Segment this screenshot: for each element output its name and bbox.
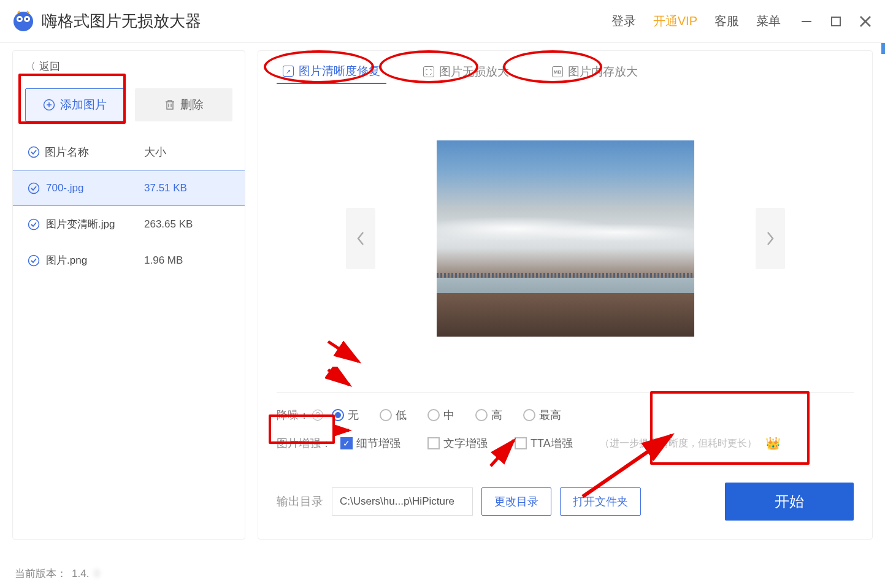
nav-links: 登录 开通VIP 客服 菜单 xyxy=(611,13,781,29)
check-circle-icon xyxy=(28,146,40,158)
denoise-option-high[interactable]: 高 xyxy=(475,408,502,422)
check-circle-icon xyxy=(28,218,40,231)
radio-label: 中 xyxy=(443,408,454,422)
file-name: 图片变清晰.jpg xyxy=(46,217,115,231)
svg-point-14 xyxy=(29,219,39,229)
app-logo-icon xyxy=(12,10,34,32)
tab-label: 图片无损放大 xyxy=(439,64,509,80)
radio-label: 无 xyxy=(348,408,359,422)
file-size: 263.65 KB xyxy=(144,218,193,231)
enhance-detail-checkbox[interactable]: ✓细节增强 xyxy=(340,436,400,451)
header-name-col: 图片名称 xyxy=(28,145,144,159)
plus-circle-icon xyxy=(43,99,55,111)
tab-label: 图片清晰度修复 xyxy=(299,63,380,79)
clarity-icon: ↗ xyxy=(283,66,294,77)
footer: 当前版本： 1.4. 0 xyxy=(15,567,100,581)
tabs: ↗ 图片清晰度修复 ⛶ 图片无损放大 MB 图片内存放大 xyxy=(277,59,854,90)
sidebar-actions: 添加图片 删除 xyxy=(13,82,245,134)
delete-button[interactable]: 删除 xyxy=(135,88,232,121)
check-circle-icon xyxy=(28,182,40,194)
header-size-label: 大小 xyxy=(144,145,166,159)
change-dir-button[interactable]: 更改目录 xyxy=(481,487,551,516)
enhance-text-checkbox[interactable]: 文字增强 xyxy=(427,436,488,451)
maximize-button[interactable] xyxy=(829,14,843,29)
checkbox-label: 文字增强 xyxy=(443,436,488,451)
image-preview xyxy=(437,140,694,337)
svg-point-4 xyxy=(26,18,28,20)
svg-point-15 xyxy=(29,255,39,265)
svg-point-13 xyxy=(29,183,39,194)
output-row: 输出目录 C:\Users\hu...p\HiPicture 更改目录 打开文件… xyxy=(277,483,854,521)
enhance-tta-checkbox[interactable]: TTA增强 xyxy=(515,436,573,451)
start-button[interactable]: 开始 xyxy=(725,483,854,521)
svg-point-3 xyxy=(18,18,21,20)
divider xyxy=(277,392,854,393)
memory-icon: MB xyxy=(552,66,563,77)
enhance-hint: （进一步提升清晰度，但耗时更长） xyxy=(600,437,757,450)
check-circle-icon xyxy=(28,254,40,267)
checkbox-label: 细节增强 xyxy=(356,436,400,451)
minimize-button[interactable] xyxy=(799,14,814,29)
output-label: 输出目录 xyxy=(277,494,323,510)
file-row[interactable]: 图片变清晰.jpg 263.65 KB xyxy=(13,206,245,242)
help-icon[interactable]: ? xyxy=(312,410,323,421)
file-name: 700-.jpg xyxy=(46,182,83,194)
vip-link[interactable]: 开通VIP xyxy=(653,13,697,29)
login-link[interactable]: 登录 xyxy=(611,13,636,29)
version-label: 当前版本： xyxy=(15,567,67,581)
back-link[interactable]: 〈 返回 xyxy=(13,51,245,82)
denoise-option-low[interactable]: 低 xyxy=(380,408,407,422)
main-area: 〈 返回 添加图片 删除 图片名称 大小 700-.jp xyxy=(0,43,885,540)
back-label: 返回 xyxy=(39,59,60,74)
radio-label: 低 xyxy=(396,408,407,422)
titlebar: 嗨格式图片无损放大器 登录 开通VIP 客服 菜单 xyxy=(0,0,885,43)
crown-icon: 👑 xyxy=(765,436,781,451)
chevron-left-icon: 〈 xyxy=(25,59,36,74)
version-number: 1.4. xyxy=(72,568,89,580)
support-link[interactable]: 客服 xyxy=(715,13,739,29)
sidebar: 〈 返回 添加图片 删除 图片名称 大小 700-.jp xyxy=(12,50,245,540)
scrollbar-edge xyxy=(881,43,885,588)
tab-lossless-enlarge[interactable]: ⛶ 图片无损放大 xyxy=(417,59,515,84)
svg-point-0 xyxy=(13,12,33,31)
app-title: 嗨格式图片无损放大器 xyxy=(42,10,611,32)
denoise-option-none[interactable]: 无 xyxy=(332,408,359,422)
denoise-option-mid[interactable]: 中 xyxy=(427,408,454,422)
enhance-row: 图片增强： ✓细节增强 文字增强 TTA增强 （进一步提升清晰度，但耗时更长） … xyxy=(277,436,854,451)
header-name-label: 图片名称 xyxy=(45,145,89,159)
tab-clarity-repair[interactable]: ↗ 图片清晰度修复 xyxy=(277,59,386,84)
content-panel: ↗ 图片清晰度修复 ⛶ 图片无损放大 MB 图片内存放大 xyxy=(258,50,873,540)
tab-memory-enlarge[interactable]: MB 图片内存放大 xyxy=(546,59,644,84)
file-row[interactable]: 700-.jpg 37.51 KB xyxy=(13,170,245,206)
enlarge-icon: ⛶ xyxy=(423,66,434,77)
menu-link[interactable]: 菜单 xyxy=(756,13,781,29)
open-folder-button[interactable]: 打开文件夹 xyxy=(560,487,641,516)
add-image-label: 添加图片 xyxy=(60,97,107,113)
file-name: 图片.png xyxy=(46,253,87,267)
version-blur: 0 xyxy=(94,568,99,580)
output-path-field[interactable]: C:\Users\hu...p\HiPicture xyxy=(332,487,473,516)
radio-label: 高 xyxy=(491,408,502,422)
denoise-option-max[interactable]: 最高 xyxy=(523,408,561,422)
next-image-button[interactable] xyxy=(756,208,785,269)
checkbox-label: TTA增强 xyxy=(531,436,573,451)
enhance-label: 图片增强： xyxy=(277,436,332,451)
radio-label: 最高 xyxy=(539,408,561,422)
denoise-label: 降噪： ? xyxy=(277,408,323,422)
file-size: 37.51 KB xyxy=(144,182,187,194)
chevron-right-icon xyxy=(765,230,775,247)
trash-icon xyxy=(164,99,175,111)
svg-point-12 xyxy=(29,147,39,158)
window-controls xyxy=(799,14,873,29)
add-image-button[interactable]: 添加图片 xyxy=(25,88,124,121)
file-row[interactable]: 图片.png 1.96 MB xyxy=(13,242,245,278)
chevron-left-icon xyxy=(356,230,366,247)
preview-area xyxy=(277,90,854,386)
close-button[interactable] xyxy=(858,14,873,29)
tab-label: 图片内存放大 xyxy=(568,64,638,80)
file-list: 700-.jpg 37.51 KB 图片变清晰.jpg 263.65 KB 图片… xyxy=(13,170,245,278)
svg-rect-6 xyxy=(832,17,840,26)
file-size: 1.96 MB xyxy=(144,254,183,267)
prev-image-button[interactable] xyxy=(346,208,375,269)
file-list-header: 图片名称 大小 xyxy=(13,134,245,170)
